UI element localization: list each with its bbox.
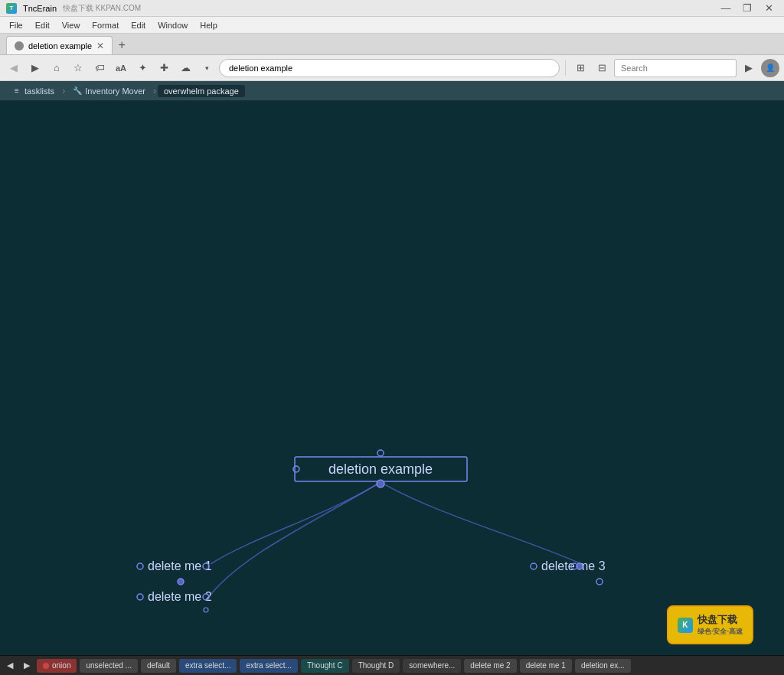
- status-tag-delete-me-1-label: delete me 1: [526, 661, 566, 670]
- toolbar-divider: [565, 60, 566, 76]
- new-tab-button[interactable]: +: [113, 36, 131, 54]
- watermark: K 快盘下载 绿色·安全·高速: [667, 605, 753, 644]
- path-separator-1: ›: [62, 86, 65, 96]
- svg-text:delete me 3: delete me 3: [541, 559, 606, 572]
- status-tag-somewhere-label: somewhere...: [409, 661, 455, 670]
- status-tag-delete-me-1[interactable]: delete me 1: [520, 659, 572, 673]
- browser-tab-label: deletion example: [28, 41, 92, 51]
- svg-rect-0: [0, 101, 784, 655]
- status-tag-unselected-label: unselected ...: [86, 661, 131, 670]
- menu-item-view[interactable]: View: [56, 19, 87, 31]
- font-button[interactable]: aA: [112, 59, 130, 77]
- tab-favicon-icon: [15, 41, 24, 51]
- menu-item-format[interactable]: Format: [86, 19, 125, 31]
- app-subtitle: 快盘下载 KKPAN.COM: [63, 3, 141, 14]
- address-bar-input[interactable]: [219, 59, 560, 77]
- svg-text:delete me 2: delete me 2: [148, 590, 212, 603]
- status-bar: ◀ ▶ onion unselected ... default extra s…: [0, 655, 784, 675]
- status-tag-extra-select-1[interactable]: extra select...: [179, 659, 237, 673]
- path-item-tasklists[interactable]: ≡ tasklists: [6, 85, 60, 97]
- path-item-inventory-mover[interactable]: 🔧 Inventory Mover: [67, 85, 152, 97]
- search-input[interactable]: [614, 59, 737, 77]
- path-item-overwhelm-package-label: overwhelm package: [164, 86, 239, 96]
- home-button[interactable]: ⌂: [47, 59, 66, 77]
- svg-text:deletion example: deletion example: [328, 461, 433, 477]
- status-tag-default[interactable]: default: [141, 659, 176, 673]
- cloud-button[interactable]: ☁: [176, 59, 194, 77]
- watermark-text: 快盘下载 绿色·安全·高速: [697, 613, 743, 637]
- profile-avatar[interactable]: 👤: [761, 59, 779, 77]
- tab-bar: deletion example ✕ +: [0, 34, 784, 55]
- status-tag-thought-d-label: Thought D: [358, 661, 394, 670]
- list-view-button[interactable]: ⊟: [593, 59, 611, 77]
- status-tag-deletion-ex[interactable]: deletion ex...: [575, 659, 631, 673]
- status-tag-onion[interactable]: onion: [37, 659, 77, 673]
- inventory-mover-icon: 🔧: [73, 86, 82, 96]
- mindmap-svg: deletion example delete me 1 delete me 2…: [0, 101, 784, 655]
- grid-view-button[interactable]: ⊞: [571, 59, 590, 77]
- path-item-tasklists-label: tasklists: [24, 86, 54, 96]
- app-logo-icon: T: [6, 3, 17, 14]
- bookmark-button[interactable]: ☆: [69, 59, 87, 77]
- status-tag-thought-d[interactable]: Thought D: [352, 659, 400, 673]
- status-tag-deletion-ex-label: deletion ex...: [581, 661, 625, 670]
- plus-button[interactable]: ✚: [155, 59, 173, 77]
- path-item-overwhelm-package[interactable]: overwhelm package: [158, 85, 245, 97]
- status-tag-somewhere[interactable]: somewhere...: [403, 659, 461, 673]
- path-item-inventory-mover-label: Inventory Mover: [85, 86, 145, 96]
- title-bar: T TncErain 快盘下载 KKPAN.COM — ❐ ✕: [0, 0, 784, 17]
- browser-toolbar: ◀ ▶ ⌂ ☆ 🏷 aA ✦ ✚ ☁ ▾ ⊞ ⊟ ▶ 👤: [0, 55, 784, 81]
- watermark-logo-icon: K: [678, 618, 693, 633]
- window-controls: — ❐ ✕: [717, 0, 778, 18]
- status-tag-delete-me-2-label: delete me 2: [470, 661, 510, 670]
- menu-item-window[interactable]: Window: [152, 19, 194, 31]
- restore-button[interactable]: ❐: [738, 0, 756, 18]
- back-button[interactable]: ◀: [5, 59, 23, 77]
- tab-close-icon[interactable]: ✕: [96, 41, 104, 51]
- status-tag-unselected[interactable]: unselected ...: [80, 659, 137, 673]
- status-forward-button[interactable]: ▶: [20, 659, 34, 673]
- app-path-bar: ≡ tasklists › 🔧 Inventory Mover › overwh…: [0, 81, 784, 101]
- status-back-button[interactable]: ◀: [3, 659, 17, 673]
- menu-item-edit2[interactable]: Edit: [125, 19, 152, 31]
- minimize-button[interactable]: —: [717, 0, 735, 18]
- status-tag-extra-select-2-label: extra select...: [246, 661, 291, 670]
- menu-item-edit[interactable]: Edit: [29, 19, 56, 31]
- status-tag-thought-c[interactable]: Thought C: [301, 659, 349, 673]
- menu-bar: File Edit View Format Edit Window Help: [0, 17, 784, 34]
- menu-item-help[interactable]: Help: [194, 19, 224, 31]
- svg-point-11: [178, 579, 184, 585]
- cloud-menu-button[interactable]: ▾: [198, 59, 216, 77]
- status-tag-onion-label: onion: [52, 661, 70, 670]
- svg-point-4: [377, 480, 384, 488]
- star-button[interactable]: ✦: [133, 59, 152, 77]
- close-button[interactable]: ✕: [760, 0, 778, 18]
- status-tag-thought-c-label: Thought C: [307, 661, 343, 670]
- menu-item-file[interactable]: File: [3, 19, 29, 31]
- search-go-button[interactable]: ▶: [740, 59, 758, 77]
- tasklists-icon: ≡: [12, 86, 21, 96]
- status-tag-extra-select-2[interactable]: extra select...: [240, 659, 297, 673]
- status-tag-delete-me-2[interactable]: delete me 2: [464, 659, 516, 673]
- main-canvas[interactable]: deletion example delete me 1 delete me 2…: [0, 101, 784, 655]
- path-separator-2: ›: [153, 86, 156, 96]
- tag-button[interactable]: 🏷: [90, 59, 109, 77]
- status-tag-extra-select-1-label: extra select...: [185, 661, 230, 670]
- status-tag-default-label: default: [147, 661, 170, 670]
- forward-button[interactable]: ▶: [26, 59, 44, 77]
- app-name: TncErain: [23, 4, 57, 13]
- title-bar-left: T TncErain 快盘下载 KKPAN.COM: [6, 3, 141, 14]
- svg-text:delete me 1: delete me 1: [148, 559, 212, 572]
- browser-tab-deletion-example[interactable]: deletion example ✕: [6, 36, 113, 54]
